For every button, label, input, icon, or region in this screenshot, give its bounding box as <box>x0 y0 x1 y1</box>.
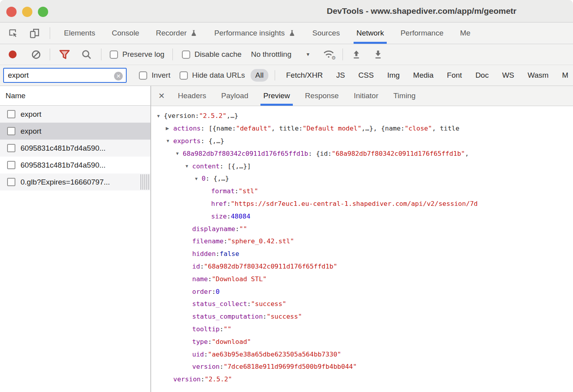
json-tree-line[interactable]: size: 48084 <box>151 210 573 222</box>
detail-tab-headers[interactable]: Headers <box>170 86 214 106</box>
filter-type-js[interactable]: JS <box>331 69 350 82</box>
table-row[interactable]: 0.glb?Expires=16660797... <box>0 174 150 190</box>
expand-arrow-down-icon[interactable]: ▼ <box>175 151 183 156</box>
json-key: size <box>211 213 227 220</box>
json-tree-line[interactable]: ▶actions: [{name: "default", title: "Def… <box>151 122 573 135</box>
json-tree-line[interactable]: tooltip: "" <box>151 323 573 336</box>
tab-network[interactable]: Network <box>348 22 392 44</box>
table-row[interactable]: 6095831c481b7d4a590... <box>0 140 150 157</box>
tab-recorder[interactable]: Recorder <box>148 22 206 44</box>
disable-cache-checkbox[interactable] <box>182 50 190 59</box>
detail-tab-preview[interactable]: Preview <box>256 86 298 106</box>
filter-type-font[interactable]: Font <box>442 69 467 82</box>
export-har-icon[interactable] <box>373 49 383 60</box>
filter-type-img[interactable]: Img <box>382 69 404 82</box>
json-tree-line[interactable]: ▼68a982db7f80342c0911d176f65ffd1b: {id: … <box>151 147 573 160</box>
json-plain: , <box>465 150 469 157</box>
json-tree-line[interactable]: status_collect: "success" <box>151 298 573 310</box>
json-key: actions <box>173 125 201 132</box>
filter-input[interactable] <box>8 71 118 80</box>
filter-type-doc[interactable]: Doc <box>471 69 494 82</box>
json-string: "success" <box>267 313 302 320</box>
expand-arrow-down-icon[interactable]: ▼ <box>185 164 192 168</box>
filter-icon[interactable] <box>59 49 70 60</box>
preserve-log-toggle[interactable]: Preserve log <box>110 50 165 59</box>
json-tree-line[interactable]: href: "https://sdr7euc1.eu-central-1.sha… <box>151 198 573 210</box>
json-tree-line[interactable]: ▼0: {,…} <box>151 172 573 185</box>
table-row[interactable]: 6095831c481b7d4a590... <box>0 157 150 174</box>
request-checkbox[interactable] <box>7 127 15 135</box>
invert-checkbox[interactable] <box>139 71 147 80</box>
json-key: hidden <box>192 250 216 258</box>
filter-type-m[interactable]: M <box>557 69 573 82</box>
disable-cache-toggle[interactable]: Disable cache <box>182 50 242 59</box>
scrollbar[interactable] <box>140 174 149 190</box>
import-har-icon[interactable] <box>351 49 361 60</box>
json-tree-line[interactable]: ▼content: [{,…}] <box>151 160 573 172</box>
clear-network-log-button[interactable] <box>31 50 41 60</box>
search-icon[interactable] <box>81 49 92 60</box>
filter-type-media[interactable]: Media <box>408 69 438 82</box>
json-tree-line[interactable]: uid: "ae63b95e38a65dbe623505a564bb7330" <box>151 348 573 360</box>
json-tree-line[interactable]: version: "2.5.2" <box>151 373 573 386</box>
tab-me[interactable]: Me <box>452 22 479 44</box>
detail-tab-response[interactable]: Response <box>298 86 346 106</box>
json-tree-line[interactable]: ▼{version: "2.5.2",…} <box>151 110 573 122</box>
request-checkbox[interactable] <box>7 110 15 118</box>
filter-type-css[interactable]: CSS <box>354 69 378 82</box>
json-plain: : <box>200 263 204 270</box>
device-toolbar-icon[interactable] <box>29 28 40 39</box>
tab-console[interactable]: Console <box>103 22 148 44</box>
tab-performance[interactable]: Performance <box>392 22 452 44</box>
close-icon[interactable]: ✕ <box>158 91 165 101</box>
minimize-window-button[interactable] <box>22 7 32 17</box>
json-tree-line[interactable]: order: 0 <box>151 285 573 298</box>
table-row[interactable]: export <box>0 106 150 123</box>
requests-list-header[interactable]: Name <box>0 86 150 106</box>
network-conditions-icon[interactable]: ⚙ <box>322 49 336 60</box>
detail-tab-timing[interactable]: Timing <box>386 86 423 106</box>
json-tree-line[interactable]: displayname: "" <box>151 222 573 235</box>
json-tree-line[interactable]: format: "stl" <box>151 185 573 198</box>
tab-label: Sources <box>313 29 340 37</box>
json-tree-line[interactable]: status_computation: "success" <box>151 310 573 323</box>
expand-arrow-down-icon[interactable]: ▼ <box>194 176 202 181</box>
tab-label: Network <box>356 29 384 37</box>
json-tree-line[interactable]: hidden: false <box>151 248 573 260</box>
inspect-element-icon[interactable] <box>8 28 19 39</box>
json-tree-line[interactable]: name: "Download STL" <box>151 273 573 285</box>
detail-tab-initiator[interactable]: Initiator <box>346 86 386 106</box>
expand-arrow-right-icon[interactable]: ▶ <box>166 126 173 131</box>
record-network-log-button[interactable] <box>8 50 17 59</box>
filter-type-ws[interactable]: WS <box>497 69 519 82</box>
json-tree-line[interactable]: ▼exports: {,…} <box>151 135 573 147</box>
tab-performance-insights[interactable]: Performance insights <box>206 22 304 44</box>
zoom-window-button[interactable] <box>38 7 48 17</box>
filter-type-fetch-xhr[interactable]: Fetch/XHR <box>281 69 328 82</box>
expand-arrow-down-icon[interactable]: ▼ <box>156 114 164 118</box>
request-checkbox[interactable] <box>7 178 15 186</box>
invert-toggle[interactable]: Invert <box>139 71 170 80</box>
request-checkbox[interactable] <box>7 144 15 152</box>
table-row[interactable]: export <box>0 123 150 140</box>
json-tree-line[interactable]: filename: "sphere_0.42.stl" <box>151 235 573 248</box>
clear-filter-icon[interactable]: ✕ <box>114 72 123 80</box>
json-tree-line[interactable]: version: "7dce6818e911d9699fd500b9fb4bb0… <box>151 360 573 373</box>
throttling-dropdown[interactable]: No throttling ▼ <box>251 50 310 59</box>
detail-tab-payload[interactable]: Payload <box>214 86 256 106</box>
hide-data-urls-toggle[interactable]: Hide data URLs <box>180 71 245 80</box>
json-string: "https://sdr7euc1.eu-central-1.shapedive… <box>231 200 478 207</box>
tab-elements[interactable]: Elements <box>56 22 103 44</box>
filter-type-wasm[interactable]: Wasm <box>523 69 553 82</box>
hide-data-urls-checkbox[interactable] <box>180 71 188 80</box>
expand-arrow-down-icon[interactable]: ▼ <box>166 138 173 143</box>
json-tree-line[interactable]: type: "download" <box>151 335 573 348</box>
request-checkbox[interactable] <box>7 161 15 169</box>
json-string: "sphere_0.42.stl" <box>227 237 294 245</box>
close-window-button[interactable] <box>6 7 17 17</box>
tab-sources[interactable]: Sources <box>304 22 348 44</box>
json-key: id <box>192 263 200 270</box>
filter-type-all[interactable]: All <box>251 69 268 82</box>
preserve-log-checkbox[interactable] <box>110 50 118 59</box>
json-tree-line[interactable]: id: "68a982db7f80342c0911d176f65ffd1b" <box>151 260 573 273</box>
